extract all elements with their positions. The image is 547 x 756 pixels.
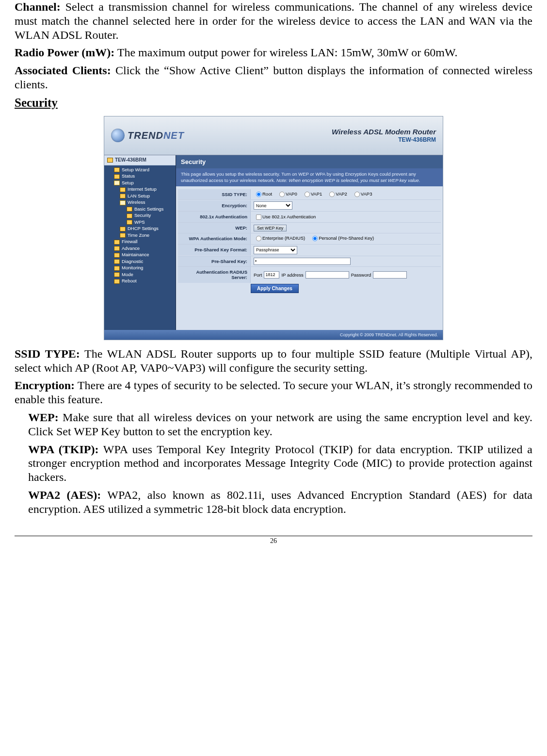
nav-dhcp[interactable]: DHCP Settings — [107, 225, 176, 231]
header-bar: TRENDNET Wireless ADSL Modem Router TEW-… — [104, 116, 443, 155]
nav-reboot[interactable]: Reboot — [107, 278, 176, 284]
label-wpa-tkip-doc: WPA (TKIP): — [28, 443, 98, 456]
label-radio-power: Radio Power (mW): — [15, 46, 114, 59]
opt-enterprise[interactable]: Enterprise (RADIUS) — [254, 235, 305, 242]
input-radius-ip[interactable] — [306, 271, 349, 279]
text-radio-power: The maximum output power for wireless LA… — [114, 46, 457, 59]
body-area: TEW-436BRM Setup Wizard Status Setup Int… — [104, 155, 443, 330]
label-8021x: 802.1x Authentication — [178, 212, 251, 222]
para-ssid-type: SSID TYPE: The WLAN ADSL Router supports… — [15, 347, 532, 375]
panel-title: Security — [176, 155, 443, 169]
para-channel: Channel: Select a transmission channel f… — [15, 0, 532, 42]
label-wep-doc: WEP: — [28, 411, 59, 424]
para-wep: WEP: Make sure that all wireless devices… — [15, 411, 532, 439]
input-psk[interactable] — [254, 258, 351, 265]
radio-root[interactable] — [256, 192, 261, 197]
nav-basic-settings[interactable]: Basic Settings — [107, 206, 176, 212]
nav-diagnostic[interactable]: Diagnostic — [107, 258, 176, 264]
val-ssid-type: Root VAP0 VAP1 VAP2 VAP3 — [251, 190, 441, 199]
nav-monitoring[interactable]: Monitoring — [107, 264, 176, 271]
label-ip: IP address — [281, 272, 303, 278]
main-panel: Security This page allows you setup the … — [176, 155, 443, 330]
screenshot-container: TRENDNET Wireless ADSL Modem Router TEW-… — [15, 116, 532, 340]
opt-vap2[interactable]: VAP2 — [327, 191, 347, 197]
footer-copyright: Copyright © 2009 TRENDnet. All Rights Re… — [104, 330, 443, 340]
nav-security[interactable]: Security — [107, 212, 176, 218]
set-wep-key-button[interactable]: Set WEP Key — [254, 225, 287, 231]
nav-lan-setup[interactable]: LAN Setup — [107, 193, 176, 199]
sidebar-nav: TEW-436BRM Setup Wizard Status Setup Int… — [104, 155, 176, 330]
radio-vap1[interactable] — [305, 192, 310, 197]
radio-personal[interactable] — [312, 236, 318, 241]
tree-root[interactable]: TEW-436BRM — [104, 155, 176, 165]
label-wpa-auth: WPA Authentication Mode: — [178, 233, 251, 244]
radio-vap0[interactable] — [279, 192, 285, 197]
opt-vap0[interactable]: VAP0 — [277, 191, 297, 197]
heading-security: Security — [15, 96, 532, 110]
para-encryption: Encryption: There are 4 types of securit… — [15, 378, 532, 407]
nav-advance[interactable]: Advance — [107, 245, 176, 251]
row-apply: Apply Changes — [178, 284, 441, 293]
text-wpa2-aes-doc: WPA2, also known as 802.11i, uses Advanc… — [28, 489, 532, 515]
para-wpa2-aes: WPA2 (AES): WPA2, also known as 802.11i,… — [15, 488, 532, 516]
brand-logo: TRENDNET — [111, 129, 184, 142]
opt-vap3[interactable]: VAP3 — [352, 191, 372, 197]
label-psk: Pre-Shared Key: — [178, 256, 251, 266]
label-ssid-type: SSID TYPE: — [178, 189, 251, 199]
row-wep: WEP: Set WEP Key — [178, 222, 441, 233]
label-psk-format: Pre-Shared Key Format: — [178, 245, 251, 255]
label-radius: Authentication RADIUS Server: — [178, 267, 251, 283]
para-radio-power: Radio Power (mW): The maximum output pow… — [15, 46, 532, 60]
para-assoc-clients: Associated Clients: Click the “Show Acti… — [15, 64, 532, 92]
label-channel: Channel: — [15, 0, 61, 13]
chk-8021x[interactable] — [256, 214, 261, 220]
opt-root[interactable]: Root — [254, 191, 272, 197]
label-password: Password — [351, 272, 371, 278]
radio-enterprise[interactable] — [256, 236, 261, 241]
text-encryption-doc: There are 4 types of security to be sele… — [15, 379, 532, 406]
nav-firewall[interactable]: Firewall — [107, 238, 176, 245]
select-encryption[interactable]: None — [254, 201, 292, 210]
text-wep-doc: Make sure that all wireless devices on y… — [28, 411, 532, 438]
text-wpa-tkip-doc: WPA uses Temporal Key Integrity Protocol… — [28, 443, 532, 484]
nav-internet-setup[interactable]: Internet Setup — [107, 186, 176, 192]
nav-timezone[interactable]: Time Zone — [107, 232, 176, 238]
text-channel: Select a transmission channel for wirele… — [15, 0, 532, 41]
nav-maint[interactable]: Maintainance — [107, 251, 176, 258]
opt-personal[interactable]: Personal (Pre-Shared Key) — [310, 235, 374, 242]
opt-vap1[interactable]: VAP1 — [302, 191, 322, 197]
label-encryption: Encryption: — [178, 200, 251, 211]
nav-wireless[interactable]: Wireless — [107, 199, 176, 205]
row-psk-format: Pre-Shared Key Format: Passphrase — [178, 244, 441, 256]
nav-setup[interactable]: Setup — [107, 180, 176, 186]
brand-text: TRENDNET — [128, 130, 184, 141]
apply-changes-button[interactable]: Apply Changes — [251, 284, 299, 293]
radio-vap3[interactable] — [354, 192, 360, 197]
nav-status[interactable]: Status — [107, 173, 176, 179]
form-area: SSID TYPE: Root VAP0 VAP1 VAP2 VAP3 Encr… — [176, 186, 443, 330]
globe-icon — [111, 129, 125, 142]
label-wep: WEP: — [178, 223, 251, 233]
label-encryption-doc: Encryption: — [15, 379, 75, 392]
panel-description: This page allows you setup the wireless … — [176, 168, 443, 186]
header-title-block: Wireless ADSL Modem Router TEW-436BRM — [332, 128, 436, 143]
nav-setup-wizard[interactable]: Setup Wizard — [107, 166, 176, 173]
row-radius: Authentication RADIUS Server: Port IP ad… — [178, 266, 441, 283]
text-ssid-type-doc: The WLAN ADSL Router supports up to four… — [15, 347, 532, 374]
header-title: Wireless ADSL Modem Router — [332, 128, 436, 136]
nav-mode[interactable]: Mode — [107, 271, 176, 278]
input-radius-port[interactable] — [264, 271, 279, 279]
label-ssid-type-doc: SSID TYPE: — [15, 347, 80, 360]
input-radius-password[interactable] — [373, 271, 407, 279]
page-number: 26 — [15, 537, 532, 545]
chk-8021x-label[interactable]: Use 802.1x Authentication — [254, 214, 316, 220]
nav-wps[interactable]: WPS — [107, 219, 176, 225]
label-port: Port — [254, 272, 262, 278]
router-admin-screenshot: TRENDNET Wireless ADSL Modem Router TEW-… — [104, 116, 443, 340]
row-ssid-type: SSID TYPE: Root VAP0 VAP1 VAP2 VAP3 — [178, 189, 441, 199]
para-wpa-tkip: WPA (TKIP): WPA uses Temporal Key Integr… — [15, 443, 532, 484]
row-encryption: Encryption: None — [178, 199, 441, 211]
row-wpa-auth: WPA Authentication Mode: Enterprise (RAD… — [178, 233, 441, 244]
radio-vap2[interactable] — [329, 192, 335, 197]
select-psk-format[interactable]: Passphrase — [254, 246, 297, 254]
